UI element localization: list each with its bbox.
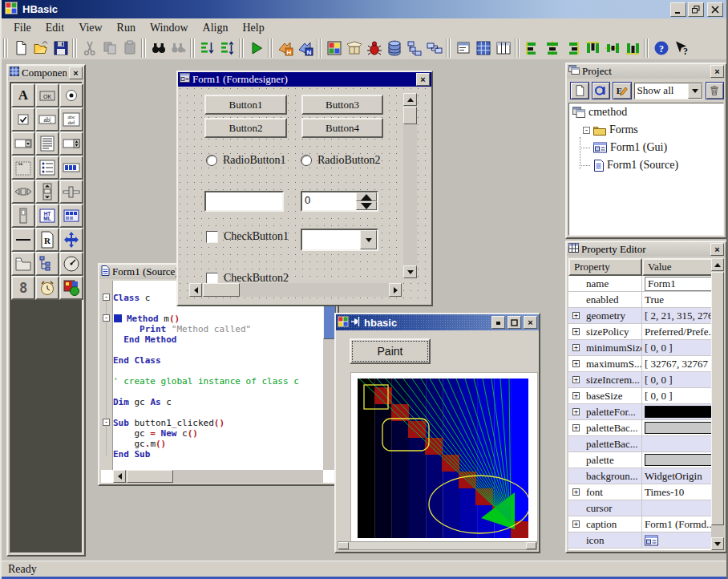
expand-icon[interactable]: + [572,344,580,351]
property-row-sizepolicy[interactable]: +sizePolicyPreferred/Prefe... [568,324,714,340]
menu-edit[interactable]: Edit [38,20,71,36]
collapse-items-button[interactable] [217,38,237,59]
scroll-right-icon[interactable] [389,283,402,297]
tree-item-form1-source[interactable]: Form1 (Source) [569,156,723,174]
designer-button3[interactable]: Button3 [301,95,383,115]
minimize-button[interactable] [670,2,686,17]
fold-toggle-icon[interactable]: - [103,419,110,426]
expand-icon[interactable]: + [572,392,580,399]
tree-item-cmethod[interactable]: cmethod [569,103,723,121]
database-button[interactable] [384,38,404,59]
scroll-left-icon[interactable] [189,283,202,297]
tree-item-forms[interactable]: -Forms [569,121,723,139]
list-view-tool[interactable] [35,156,59,180]
lcd-display-tool[interactable] [59,204,83,228]
property-row-font[interactable]: +fontTimes-10 [568,484,714,500]
expand-icon[interactable]: + [572,328,580,335]
designer-button1[interactable]: Button1 [204,95,287,115]
form-canvas[interactable]: Button1 Button3 Button2 Button4 RadioBut… [180,88,430,303]
project-titlebar[interactable]: Project × [567,64,726,79]
component-palette-titlebar[interactable]: Componen... × [8,66,84,80]
property-value[interactable] [642,500,714,516]
property-row-maximums[interactable]: +maximumS...[ 32767, 32767 ] [568,356,714,372]
property-editor-close-icon[interactable]: × [710,243,724,256]
slider-tool[interactable] [11,180,35,204]
property-row-cursor[interactable]: cursor [568,500,714,516]
line-tool[interactable] [11,228,35,252]
rich-text-tool[interactable]: R [35,228,59,252]
designer-spinbox[interactable]: 0 [301,191,378,212]
color-swatch[interactable] [645,454,712,466]
property-value[interactable]: True [642,292,714,307]
designer-radiobutton1[interactable]: RadioButton1 [206,154,286,167]
property-row-sizeincrem[interactable]: +sizeIncrem...[ 0, 0 ] [568,372,714,388]
scroll-thumb[interactable] [711,272,724,525]
progress-bar-tool[interactable] [59,156,83,180]
form-editor-button[interactable] [324,38,344,59]
align-bottom-button[interactable] [622,38,642,59]
align-top-button[interactable] [582,38,602,59]
menu-file[interactable]: File [6,20,38,36]
property-value[interactable] [642,452,714,468]
menu-view[interactable]: View [71,20,109,36]
class-browser-button[interactable] [404,38,424,59]
property-value-input[interactable]: Form1 [645,277,712,291]
property-value[interactable]: [ 2, 21, 315, 276 ] [642,308,714,323]
property-value[interactable]: Form1 (Formd... [642,516,714,532]
multi-line-edit-tool[interactable]: abcdef [59,107,83,132]
delete-button[interactable] [706,82,725,99]
designer-vscrollbar[interactable] [403,93,417,278]
form-designer-close-icon[interactable]: × [416,73,430,86]
restore-button[interactable] [688,2,704,17]
property-value[interactable]: [ 0, 0 ] [642,340,714,355]
property-row-backgroun[interactable]: backgroun...WidgetOrigin [568,468,714,484]
line-edit-tool[interactable]: ab| [35,107,59,132]
object-diagram-button[interactable] [424,38,444,59]
tree-item-form1-gui[interactable]: Form1 (Gui) [569,139,723,156]
window-view-button[interactable] [453,38,473,59]
designer-combobox[interactable] [301,229,378,251]
radio-button-tool[interactable] [59,83,83,107]
property-value[interactable]: Times-10 [642,484,714,500]
scroll-thumb[interactable] [403,107,417,124]
scroll-thumb[interactable] [203,283,240,297]
scroll-left-icon[interactable] [113,470,126,483]
paint-button[interactable]: Paint [350,338,431,364]
expand-icon[interactable]: + [572,312,580,319]
spin-down-icon[interactable] [356,201,377,210]
package-button[interactable] [344,38,364,59]
property-row-palettebac[interactable]: +paletteBac... [568,420,714,436]
property-scrollbar[interactable] [711,258,724,550]
save-file-button[interactable] [51,38,71,59]
property-value[interactable]: [ 32767, 32767 ] [642,356,714,371]
column-header-value[interactable]: Value [642,258,714,276]
property-row-icon[interactable]: icon [568,532,714,549]
align-left-button[interactable] [522,38,542,59]
project-filter-select[interactable]: Show all [634,83,703,99]
expand-icon[interactable]: + [572,488,580,496]
property-value[interactable]: [ 0, 0 ] [642,388,714,403]
property-editor-titlebar[interactable]: Property Editor × [567,242,726,257]
align-right-button[interactable] [562,38,582,59]
resize-grip-left[interactable] [338,542,349,549]
menu-help[interactable]: Help [236,20,272,36]
scroll-up-icon[interactable] [711,258,724,271]
whats-this-button[interactable]: ? [671,38,691,59]
scroll-thumb[interactable] [127,470,173,483]
open-file-button[interactable] [30,38,51,59]
list-box-tool[interactable] [35,132,59,156]
property-value[interactable] [642,532,714,548]
fold-toggle-icon[interactable]: - [103,294,110,301]
property-row-palettebac[interactable]: paletteBac... [568,436,714,452]
edit-code-button[interactable]: E [613,82,632,99]
new-file-button[interactable] [10,38,30,59]
property-value[interactable]: [ 0, 0 ] [642,372,714,387]
slider-horizontal-tool[interactable] [59,180,83,204]
step-hbasic-button[interactable]: H [275,38,295,59]
designer-button4[interactable]: Button4 [301,118,383,138]
group-box-tool[interactable]: Ab [11,156,35,180]
close-button[interactable] [707,2,723,17]
resize-grip-right[interactable] [526,542,536,549]
menu-run[interactable]: Run [110,20,143,36]
help-button[interactable]: ? [651,38,671,59]
